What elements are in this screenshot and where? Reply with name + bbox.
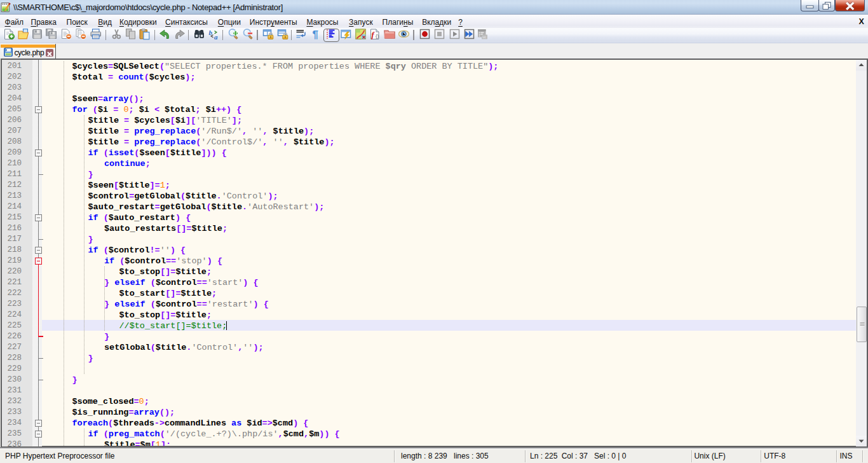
svg-text:b: b bbox=[208, 29, 212, 36]
svg-text:¶: ¶ bbox=[313, 29, 318, 40]
svg-text:{): {) bbox=[376, 33, 379, 39]
svg-text:uc: uc bbox=[482, 35, 486, 39]
